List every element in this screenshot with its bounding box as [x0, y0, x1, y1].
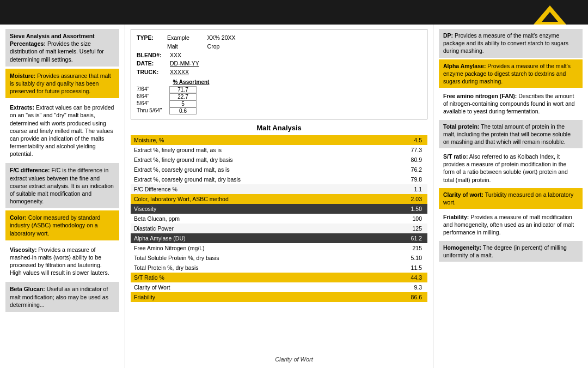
row-label: Extract %, finely ground malt, as is — [131, 145, 379, 155]
assort-row: 6/64"22.7 — [137, 93, 246, 100]
right-item-fan: Free amino nitrogen (FAN): Describes the… — [439, 89, 583, 118]
row-label: Clarity of Wort — [131, 282, 379, 292]
assort-pct: 22.7 — [169, 93, 197, 100]
row-value: 5.10 — [379, 253, 427, 263]
table-row: Free Amino Nitrogen (mg/L)215 — [131, 243, 427, 253]
blend-val: XXX — [170, 51, 181, 60]
moisture-title: Moisture: — [10, 73, 35, 79]
left-item-viscosity: Viscosity: Provides a measure of mashed-… — [5, 243, 119, 280]
table-row: Clarity of Wort9.3 — [131, 282, 427, 292]
middle-column: TYPE: Example Malt XX% 20XX Crop BLEND#:… — [125, 25, 433, 368]
row-value: 86.6 — [379, 292, 427, 302]
truck-label: TRUCK: — [137, 68, 167, 77]
top-bar — [0, 0, 588, 25]
truck-val: XXXXX — [170, 68, 189, 77]
assort-pct: 5 — [169, 100, 197, 107]
table-row: F/C Difference %1.1 — [131, 184, 427, 194]
row-value: 125 — [379, 224, 427, 233]
dp-body: Provides a measure of the malt's enzyme … — [443, 32, 568, 54]
table-row: S/T Ratio %44.3 — [131, 273, 427, 282]
st-title: S/T ratio: — [443, 153, 468, 160]
row-label: Beta Glucan, ppm — [131, 214, 379, 224]
row-label: S/T Ratio % — [131, 273, 379, 282]
dp-title: DP: — [443, 32, 453, 39]
right-item-total-protein: Total protein: The total amount of prote… — [439, 120, 583, 149]
table-row: Friability86.6 — [131, 292, 427, 302]
color-title: Color: — [10, 214, 27, 221]
table-row: Diastatic Power125 — [131, 224, 427, 233]
table-row: Extract %, finely ground malt, dry basis… — [131, 155, 427, 165]
clarity-title: Clarity of wort: — [443, 191, 483, 198]
blend-row: BLEND#: XXX — [137, 51, 246, 60]
table-row: Color, laboratory Wort, ASBC method2.03 — [131, 194, 427, 204]
extracts-body: Extract values can be provided on an "as… — [10, 104, 114, 157]
row-label: Alpha Amylase (DU) — [131, 233, 379, 243]
right-item-friability: Friability: Provides a measure of malt m… — [439, 210, 583, 239]
row-value: 2.03 — [379, 194, 427, 204]
assort-size: 7/64" — [137, 86, 169, 93]
row-value: 80.9 — [379, 155, 427, 165]
left-item-sieve: Sieve Analysis and Assortment Percentage… — [5, 29, 119, 67]
row-value: 77.3 — [379, 145, 427, 155]
date-row: DATE: DD-MM-YY — [137, 59, 246, 68]
assort-pct: 71.7 — [169, 86, 197, 93]
assort-size: Thru 5/64" — [137, 107, 169, 114]
table-row: Moisture, %4.5 — [131, 135, 427, 145]
info-box: TYPE: Example Malt XX% 20XX Crop BLEND#:… — [131, 29, 427, 119]
type-label: TYPE: — [137, 34, 164, 51]
row-value: 79.8 — [379, 174, 427, 184]
assort-rows: 7/64"71.76/64"22.75/64"5Thru 5/64"0.6 — [137, 86, 246, 114]
assort-row: Thru 5/64"0.6 — [137, 107, 246, 114]
row-value: 100 — [379, 214, 427, 224]
row-label: Total Soluble Protein %, dry basis — [131, 253, 379, 263]
left-item-moisture: Moisture: Provides assurance that malt i… — [5, 69, 119, 99]
row-value: 9.3 — [379, 282, 427, 292]
assort-row: 7/64"71.7 — [137, 86, 246, 93]
type-row: TYPE: Example Malt XX% 20XX Crop — [137, 34, 246, 51]
table-row: Extract %, coarsely ground malt, dry bas… — [131, 174, 427, 184]
row-label: Extract %, coarsely ground malt, dry bas… — [131, 174, 379, 184]
main-content: Sieve Analysis and Assortment Percentage… — [0, 25, 588, 368]
table-row: Alpha Amylase (DU)61.2 — [131, 233, 427, 243]
fc-title: F/C difference: — [10, 167, 50, 173]
date-label: DATE: — [137, 59, 167, 68]
row-label: Extract %, coarsely ground malt, as is — [131, 165, 379, 174]
analysis-table: Moisture, %4.5Extract %, finely ground m… — [131, 135, 427, 302]
table-row: Total Protein %, dry basis11.5 — [131, 263, 427, 273]
type-extra: XX% 20XX Crop — [207, 34, 246, 51]
table-row: Extract %, finely ground malt, as is77.3 — [131, 145, 427, 155]
row-value: 215 — [379, 243, 427, 253]
row-label: Total Protein %, dry basis — [131, 263, 379, 273]
total-protein-title: Total protein: — [443, 123, 479, 130]
right-item-alpha: Alpha Amylase: Provides a measure of the… — [439, 59, 583, 88]
assort-pct: 0.6 — [169, 107, 197, 114]
row-label: Free Amino Nitrogen (mg/L) — [131, 243, 379, 253]
row-label: Moisture, % — [131, 135, 379, 145]
table-row: Viscosity1.50 — [131, 204, 427, 214]
fan-title: Free amino nitrogen (FAN): — [443, 93, 517, 99]
row-value: 4.5 — [379, 135, 427, 145]
right-column: DP: Provides a measure of the malt's enz… — [433, 25, 588, 368]
beta-title: Beta Glucan: — [10, 286, 45, 292]
row-value: 1.50 — [379, 204, 427, 214]
row-value: 76.2 — [379, 165, 427, 174]
blend-label: BLEND#: — [137, 51, 167, 60]
assortment-table: % Assortment 7/64"71.76/64"22.75/64"5Thr… — [137, 79, 246, 114]
row-label: Diastatic Power — [131, 224, 379, 233]
analysis-tbody: Moisture, %4.5Extract %, finely ground m… — [131, 135, 427, 302]
extracts-title: Extracts: — [10, 104, 34, 111]
logo — [534, 3, 566, 25]
assort-header: % Assortment — [137, 79, 246, 85]
row-label: Extract %, finely ground malt, dry basis — [131, 155, 379, 165]
right-item-homogeneity: Homogeneity: The degree (in percent) of … — [439, 241, 583, 262]
assort-row: 5/64"5 — [137, 100, 246, 107]
table-row: Extract %, coarsely ground malt, as is76… — [131, 165, 427, 174]
left-item-extracts: Extracts: Extract values can be provided… — [5, 100, 119, 161]
assort-size: 5/64" — [137, 100, 169, 107]
assort-size: 6/64" — [137, 93, 169, 100]
viscosity-title: Viscosity: — [10, 246, 36, 253]
alpha-title: Alpha Amylase: — [443, 63, 486, 69]
row-value: 61.2 — [379, 233, 427, 243]
right-item-st: S/T ratio: Also referred to as Kolbach I… — [439, 150, 583, 186]
info-left: TYPE: Example Malt XX% 20XX Crop BLEND#:… — [137, 34, 246, 114]
